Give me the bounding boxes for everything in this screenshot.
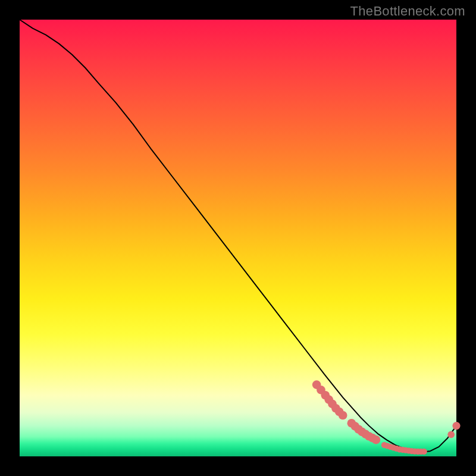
- bottleneck-curve: [20, 20, 456, 452]
- chart-svg: [20, 20, 456, 456]
- chart-frame: TheBottleneck.com: [0, 0, 476, 476]
- data-marker: [372, 436, 381, 444]
- data-marker: [421, 449, 427, 455]
- plot-area: [20, 20, 456, 456]
- marker-group: [312, 380, 461, 455]
- data-marker: [339, 411, 347, 420]
- data-marker: [452, 422, 460, 430]
- data-marker: [447, 431, 455, 438]
- watermark-text: TheBottleneck.com: [350, 4, 465, 19]
